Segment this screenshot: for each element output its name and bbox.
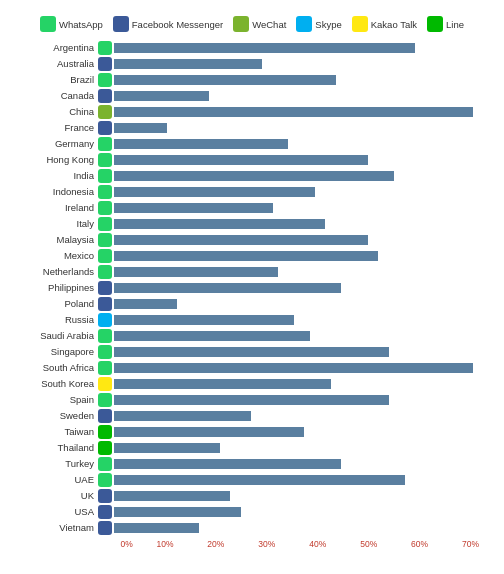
bar <box>114 459 341 469</box>
legend-icon-kakao <box>352 16 368 32</box>
bar <box>114 443 220 453</box>
bar-container <box>114 458 496 469</box>
table-row: Brazil <box>8 72 496 87</box>
table-row: Poland <box>8 296 496 311</box>
table-row: Vietnam <box>8 520 496 535</box>
country-label: Canada <box>8 90 98 101</box>
bar <box>114 507 241 517</box>
app-icon-facebook <box>98 57 112 71</box>
bar-container <box>114 474 496 485</box>
country-label: Germany <box>8 138 98 149</box>
legend-icon-line <box>427 16 443 32</box>
bar <box>114 283 341 293</box>
bar-container <box>114 266 496 277</box>
bar <box>114 187 315 197</box>
country-label: Singapore <box>8 346 98 357</box>
bar-container <box>114 330 496 341</box>
country-label: Australia <box>8 58 98 69</box>
table-row: Hong Kong <box>8 152 496 167</box>
app-icon-whatsapp <box>98 361 112 375</box>
bar-container <box>114 122 496 133</box>
table-row: Malaysia <box>8 232 496 247</box>
country-label: Mexico <box>8 250 98 261</box>
bar <box>114 395 389 405</box>
country-label: Poland <box>8 298 98 309</box>
table-row: Argentina <box>8 40 496 55</box>
bar <box>114 491 230 501</box>
country-label: Philippines <box>8 282 98 293</box>
legend-icon-facebook <box>113 16 129 32</box>
app-icon-facebook <box>98 121 112 135</box>
app-icon-facebook <box>98 409 112 423</box>
table-row: South Africa <box>8 360 496 375</box>
country-label: UK <box>8 490 98 501</box>
table-row: Italy <box>8 216 496 231</box>
country-label: Indonesia <box>8 186 98 197</box>
bar-container <box>114 42 496 53</box>
country-label: Russia <box>8 314 98 325</box>
app-icon-whatsapp <box>98 265 112 279</box>
country-label: Vietnam <box>8 522 98 533</box>
app-icon-whatsapp <box>98 217 112 231</box>
bar-container <box>114 218 496 229</box>
x-axis-label: 50% <box>343 539 394 549</box>
rows-container: ArgentinaAustraliaBrazilCanadaChinaFranc… <box>8 40 496 536</box>
x-axis-label: 0% <box>114 539 139 549</box>
table-row: UK <box>8 488 496 503</box>
x-axis-label: 60% <box>394 539 445 549</box>
x-axis-label: 10% <box>139 539 190 549</box>
table-row: Germany <box>8 136 496 151</box>
app-icon-whatsapp <box>98 201 112 215</box>
app-icon-skype <box>98 313 112 327</box>
bar-container <box>114 138 496 149</box>
country-label: Turkey <box>8 458 98 469</box>
country-label: Taiwan <box>8 426 98 437</box>
x-axis-label: 40% <box>292 539 343 549</box>
table-row: Thailand <box>8 440 496 455</box>
bar <box>114 315 294 325</box>
app-icon-whatsapp <box>98 137 112 151</box>
bar <box>114 59 262 69</box>
chart-area: ArgentinaAustraliaBrazilCanadaChinaFranc… <box>8 40 496 536</box>
country-label: Italy <box>8 218 98 229</box>
bar-container <box>114 442 496 453</box>
app-icon-line <box>98 441 112 455</box>
app-icon-whatsapp <box>98 249 112 263</box>
bar-container <box>114 106 496 117</box>
bar <box>114 331 310 341</box>
x-axis-label: 70% <box>445 539 496 549</box>
country-label: China <box>8 106 98 117</box>
bar <box>114 75 336 85</box>
app-icon-whatsapp <box>98 73 112 87</box>
app-icon-whatsapp <box>98 473 112 487</box>
bar <box>114 363 473 373</box>
bar-container <box>114 202 496 213</box>
bar-container <box>114 426 496 437</box>
table-row: Turkey <box>8 456 496 471</box>
table-row: Russia <box>8 312 496 327</box>
bar-container <box>114 314 496 325</box>
bar-container <box>114 250 496 261</box>
bar <box>114 219 325 229</box>
country-label: Thailand <box>8 442 98 453</box>
app-icon-whatsapp <box>98 41 112 55</box>
table-row: Ireland <box>8 200 496 215</box>
table-row: India <box>8 168 496 183</box>
legend-icon-wechat <box>233 16 249 32</box>
bar <box>114 427 304 437</box>
bar <box>114 107 473 117</box>
bar-container <box>114 410 496 421</box>
bar-container <box>114 394 496 405</box>
bar-container <box>114 362 496 373</box>
bar <box>114 347 389 357</box>
table-row: Philippines <box>8 280 496 295</box>
bar-container <box>114 170 496 181</box>
country-label: South Korea <box>8 378 98 389</box>
bar <box>114 299 177 309</box>
app-icon-whatsapp <box>98 329 112 343</box>
legend-item-facebook: Facebook Messenger <box>113 16 223 32</box>
legend-item-kakao: Kakao Talk <box>352 16 417 32</box>
app-icon-whatsapp <box>98 457 112 471</box>
country-label: Saudi Arabia <box>8 330 98 341</box>
x-axis: 0%10%20%30%40%50%60%70% <box>114 536 496 549</box>
